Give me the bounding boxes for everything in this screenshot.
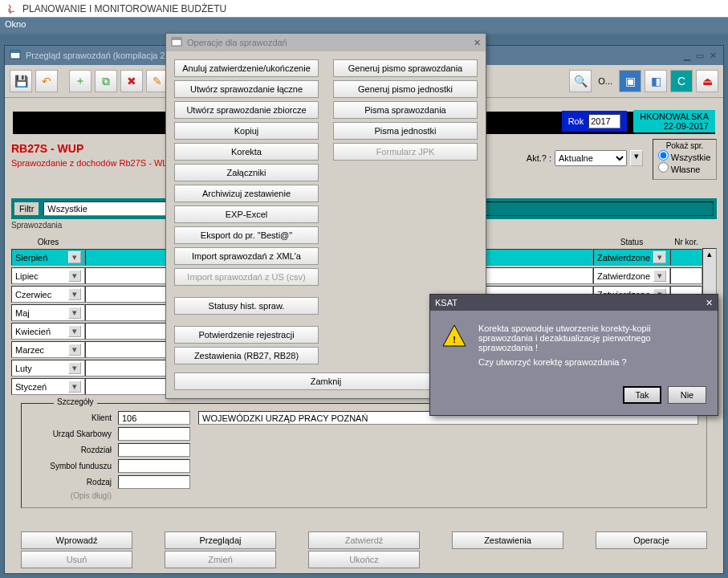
op-button[interactable]: Potwierdzenie rejestracji: [174, 326, 319, 344]
urzad-label: Urząd Skarbowy: [30, 429, 118, 438]
ksat-message-1: Korekta spowoduje utworzenie korekty-kop…: [478, 324, 706, 352]
operations-titlebar: Operacje dla sprawozdań ✕: [166, 34, 486, 51]
undo-icon[interactable]: ↶: [35, 70, 58, 92]
op-button[interactable]: Pisma sprawozdania: [333, 101, 478, 119]
ksat-yes-button[interactable]: Tak: [623, 386, 661, 404]
op-button[interactable]: Generuj pismo sprawozdania: [333, 59, 478, 77]
java-icon: [5, 2, 18, 15]
op-button[interactable]: Kopiuj: [174, 122, 319, 140]
exit-icon[interactable]: ⏏: [696, 70, 718, 92]
op-button[interactable]: Eksport do pr. "Besti@": [174, 226, 319, 244]
op-button[interactable]: EXP-Excel: [174, 206, 319, 223]
svg-rect-3: [172, 38, 181, 40]
zestawienia-button[interactable]: Zestawienia: [452, 531, 563, 549]
operations-title: Operacje dla sprawozdań: [187, 38, 287, 47]
akt-extra-combo[interactable]: ▾: [630, 150, 643, 166]
user-box: HKONOWALSKA 22-09-2017: [633, 110, 715, 132]
nrkor-cell[interactable]: [670, 249, 702, 266]
rozdzial-label: Rozdział: [30, 446, 118, 454]
warning-icon: !: [441, 324, 467, 349]
menu-okno[interactable]: Okno: [5, 19, 26, 29]
op-button[interactable]: Formularz JPK: [333, 143, 478, 161]
bottom-buttons: Wprowadź Przeglądaj Zatwierdź Zestawieni…: [21, 530, 707, 568]
op-button[interactable]: Archiwizuj zestawienie: [174, 185, 319, 202]
opis-label: (Opis długi): [30, 491, 118, 500]
op-button[interactable]: Korekta: [174, 143, 319, 161]
nrkor-cell[interactable]: [670, 267, 702, 284]
menu-bar: Okno: [0, 18, 728, 34]
klient-code: 106: [118, 411, 190, 425]
op-button[interactable]: Generuj pismo jednostki: [333, 80, 478, 98]
okres-cell[interactable]: Kwiecień: [11, 323, 85, 340]
tool-c-icon[interactable]: C: [670, 70, 693, 92]
przegladaj-button[interactable]: Przeglądaj: [165, 531, 276, 549]
tool-a-icon[interactable]: ▣: [619, 70, 641, 92]
op-button[interactable]: Zestawienia (RB27, RB28): [174, 347, 319, 364]
o-button[interactable]: O...: [595, 76, 616, 86]
op-button[interactable]: Załączniki: [174, 164, 319, 181]
okres-cell[interactable]: Styczeń: [11, 378, 85, 395]
ksat-title-text: KSAT: [435, 298, 458, 307]
ksat-titlebar: KSAT ✕: [430, 295, 718, 311]
window-icon: [10, 49, 21, 62]
akt-label: Akt.? :: [527, 153, 551, 163]
pokaz-box: Pokaż spr. Wszystkie Własne: [653, 139, 717, 180]
okres-cell[interactable]: Sierpień: [11, 249, 85, 266]
details-title: Szczegóły: [54, 397, 97, 406]
okres-cell[interactable]: Czerwiec: [11, 286, 85, 303]
filter-label: Filtr: [14, 202, 39, 215]
rodzaj-value: [118, 475, 190, 489]
symbol-value: [118, 459, 190, 473]
status-cell[interactable]: Zatwierdzone: [593, 267, 670, 284]
pokaz-opt-wszystkie[interactable]: Wszystkie: [658, 150, 711, 162]
minimize-icon[interactable]: ▁: [681, 50, 693, 61]
add-icon[interactable]: ＋: [69, 70, 92, 92]
pokaz-opt-wlasne[interactable]: Własne: [658, 162, 711, 174]
user-name: HKONOWALSKA: [640, 112, 709, 121]
op-button[interactable]: Pisma jednostki: [333, 122, 478, 140]
col-nrkor: Nr kor.: [670, 236, 702, 248]
ukoncz-button[interactable]: Ukończ: [308, 551, 420, 568]
maximize-icon[interactable]: ▭: [694, 50, 706, 61]
save-icon[interactable]: 💾: [10, 70, 32, 92]
close-icon[interactable]: ✕: [707, 50, 718, 61]
okres-cell[interactable]: Maj: [11, 304, 85, 321]
akt-select[interactable]: Aktualne: [555, 150, 627, 166]
op-button[interactable]: Utwórz sprawozdanie zbiorcze: [174, 101, 319, 119]
op-button[interactable]: Import sprawozdań z XML'a: [174, 247, 319, 265]
akt-box: Akt.? : Aktualne ▾: [527, 150, 643, 166]
details-panel: Szczegóły Klient 106 WOJEWÓDZKI URZĄD PR…: [21, 403, 707, 508]
operations-close-icon[interactable]: ✕: [474, 38, 481, 48]
usun-button[interactable]: Usuń: [21, 551, 132, 568]
ksat-no-button[interactable]: Nie: [668, 386, 706, 404]
wprowadz-button[interactable]: Wprowadź: [21, 531, 132, 549]
okres-cell[interactable]: Luty: [11, 360, 85, 377]
col-okres: Okres: [11, 236, 85, 248]
okres-cell[interactable]: Marzec: [11, 341, 85, 358]
zatwierdz-button[interactable]: Zatwierdź: [308, 531, 420, 549]
report-code: RB27S - WUP: [11, 142, 83, 155]
status-cell[interactable]: Zatwierdzone: [593, 249, 670, 266]
ksat-close-icon[interactable]: ✕: [706, 298, 713, 308]
delete-icon[interactable]: ✖: [120, 70, 143, 92]
pokaz-title: Pokaż spr.: [658, 141, 711, 150]
dialog-icon: [171, 36, 182, 49]
doc-search-icon[interactable]: 🔍: [569, 70, 592, 92]
ksat-message-2: Czy utworzyć korektę sprawozdania ?: [478, 357, 706, 367]
tool-b-icon[interactable]: ◧: [645, 70, 667, 92]
svg-rect-1: [10, 51, 20, 53]
ksat-dialog: KSAT ✕ ! Korekta spowoduje utworzenie ko…: [429, 294, 718, 416]
duplicate-icon[interactable]: ⧉: [95, 70, 117, 92]
operacje-button[interactable]: Operacje: [596, 531, 707, 549]
rok-input[interactable]: [588, 114, 620, 128]
op-button[interactable]: Anuluj zatwierdzenie/ukończenie: [174, 59, 319, 77]
okres-cell[interactable]: Lipiec: [11, 267, 85, 284]
col-status: Status: [593, 236, 670, 248]
rodzaj-label: Rodzaj: [30, 478, 118, 486]
report-subtitle: Sprawozdanie z dochodów Rb27S - WL: [11, 158, 167, 168]
rok-label: Rok: [568, 116, 584, 126]
op-button[interactable]: Statusy hist. spraw.: [174, 297, 319, 315]
op-button[interactable]: Import sprawozdań z US (csv): [174, 268, 319, 286]
zmien-button[interactable]: Zmień: [165, 551, 276, 568]
op-button[interactable]: Utwórz sprawozdanie łączne: [174, 80, 319, 98]
